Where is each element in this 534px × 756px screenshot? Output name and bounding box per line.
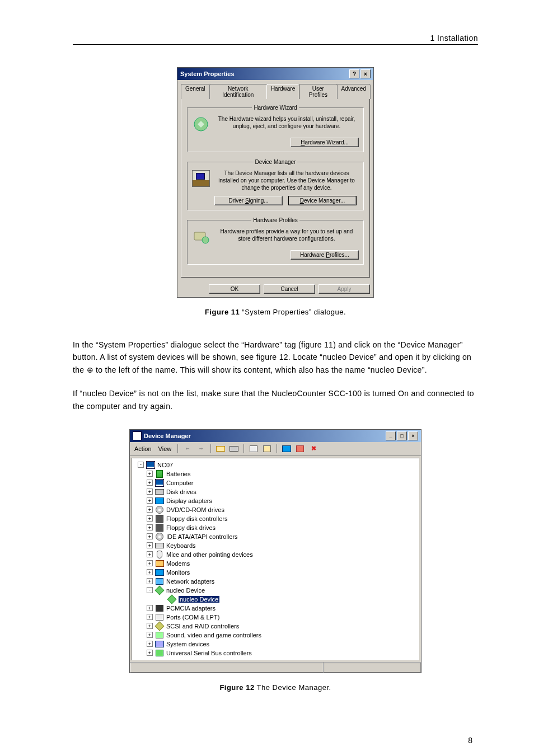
hardware-wizard-desc: The Hardware wizard helps you install, u… bbox=[214, 115, 359, 130]
tree-node-label: Display adapters bbox=[166, 497, 212, 504]
figure-12: Device Manager _ □ × Action View ← → bbox=[73, 429, 478, 692]
tree-node[interactable]: +Universal Serial Bus controllers bbox=[134, 649, 416, 658]
driver-signing-button[interactable]: Driver Signing... bbox=[214, 196, 283, 205]
ic-mouse-icon bbox=[155, 550, 164, 559]
legend-hardware-wizard: Hardware Wizard bbox=[252, 105, 298, 111]
tab-hardware[interactable]: Hardware bbox=[266, 84, 299, 99]
expand-toggle-icon[interactable]: + bbox=[147, 650, 153, 656]
device-manager-icon bbox=[192, 170, 210, 187]
expand-toggle-icon[interactable]: + bbox=[147, 632, 153, 638]
expand-toggle-icon[interactable]: + bbox=[147, 515, 153, 522]
tree-node-label: Ports (COM & LPT) bbox=[166, 614, 219, 621]
svg-point-2 bbox=[202, 237, 209, 243]
back-icon[interactable]: ← bbox=[182, 443, 193, 454]
hardware-profiles-button[interactable]: Hardware Profiles... bbox=[291, 250, 359, 260]
ok-button[interactable]: OK bbox=[209, 284, 260, 294]
up-folder-icon[interactable] bbox=[215, 443, 226, 454]
tree-node[interactable]: +SCSI and RAID controllers bbox=[134, 622, 416, 631]
expand-toggle-icon[interactable]: + bbox=[147, 623, 153, 629]
device-manager-button[interactable]: Device Manager... bbox=[288, 196, 357, 205]
help-icon[interactable]: ? bbox=[349, 69, 359, 78]
ic-floppy-icon bbox=[155, 514, 164, 523]
print-icon[interactable] bbox=[261, 443, 273, 454]
tree-node[interactable]: +Modems bbox=[134, 559, 416, 568]
tree-node-label: Disk drives bbox=[166, 489, 196, 495]
tree-node[interactable]: +IDE ATA/ATAPI controllers bbox=[134, 532, 416, 541]
tree-node[interactable]: +Network adapters bbox=[134, 577, 416, 586]
expand-toggle-icon[interactable]: - bbox=[147, 587, 153, 593]
refresh-icon[interactable] bbox=[294, 443, 306, 454]
ic-disp-icon bbox=[155, 496, 164, 505]
tree-node[interactable]: +Computer bbox=[134, 478, 416, 487]
tree-node[interactable]: -NC07 bbox=[134, 461, 416, 469]
expand-toggle-icon[interactable]: + bbox=[147, 480, 153, 486]
close-icon[interactable]: × bbox=[408, 431, 418, 440]
tab-network-identification[interactable]: Network Identification bbox=[209, 84, 267, 99]
tree-node[interactable]: +Floppy disk drives bbox=[134, 523, 416, 532]
tree-node-label: nucleo Device bbox=[179, 596, 219, 603]
tree-node[interactable]: +Mice and other pointing devices bbox=[134, 550, 416, 559]
tree-node-label: Monitors bbox=[166, 569, 190, 576]
group-hardware-profiles: Hardware Profiles Hardware profiles prov… bbox=[187, 217, 364, 265]
figure-12-caption: Figure 12 The Device Manager. bbox=[73, 683, 478, 692]
close-icon[interactable]: × bbox=[360, 69, 371, 78]
expand-toggle-icon[interactable]: + bbox=[147, 542, 153, 548]
tree-node[interactable]: +System devices bbox=[134, 640, 416, 649]
expand-toggle-icon[interactable]: - bbox=[138, 462, 144, 468]
tree-node[interactable]: +Keyboards bbox=[134, 541, 416, 550]
tree-node[interactable]: +Ports (COM & LPT) bbox=[134, 613, 416, 622]
tree-node[interactable]: +Batteries bbox=[134, 469, 416, 478]
tree-node[interactable]: +Floppy disk controllers bbox=[134, 514, 416, 523]
forward-icon[interactable]: → bbox=[195, 443, 207, 454]
minimize-icon[interactable]: _ bbox=[386, 431, 396, 440]
ic-modem-icon bbox=[155, 559, 164, 568]
window-titlebar: Device Manager _ □ × bbox=[130, 430, 421, 442]
tree-node[interactable]: +PCMCIA adapters bbox=[134, 604, 416, 613]
expand-toggle-icon[interactable]: + bbox=[147, 497, 153, 504]
expand-toggle-icon[interactable]: + bbox=[147, 641, 153, 647]
maximize-icon[interactable]: □ bbox=[397, 431, 407, 440]
tree-node[interactable]: nucleo Device bbox=[134, 595, 416, 604]
tree-node[interactable]: +Sound, video and game controllers bbox=[134, 631, 416, 640]
expand-toggle-icon[interactable]: + bbox=[147, 569, 153, 575]
expand-toggle-icon[interactable]: + bbox=[147, 578, 153, 584]
ic-pcm-icon bbox=[155, 604, 164, 613]
hardware-profiles-desc: Hardware profiles provide a way for you … bbox=[214, 228, 359, 242]
tree-node[interactable]: +Monitors bbox=[134, 568, 416, 577]
tree-node-label: Sound, video and game controllers bbox=[166, 632, 261, 638]
menu-action[interactable]: Action bbox=[132, 445, 154, 453]
group-device-manager: Device Manager The Device Manager lists … bbox=[187, 159, 364, 210]
tree-node[interactable]: +Display adapters bbox=[134, 496, 416, 505]
ic-net-icon bbox=[155, 577, 164, 586]
cancel-button[interactable]: Cancel bbox=[264, 284, 315, 294]
tree-node[interactable]: -nucleo Device bbox=[134, 586, 416, 595]
monitor-icon[interactable] bbox=[281, 443, 292, 454]
ic-dia-icon bbox=[155, 586, 164, 595]
device-tree[interactable]: -NC07+Batteries+Computer+Disk drives+Dis… bbox=[132, 458, 419, 660]
expand-toggle-icon[interactable]: + bbox=[147, 489, 153, 495]
expand-toggle-icon[interactable]: + bbox=[147, 471, 153, 477]
tree-node[interactable]: +DVD/CD-ROM drives bbox=[134, 505, 416, 514]
tab-advanced[interactable]: Advanced bbox=[337, 84, 371, 99]
expand-toggle-icon[interactable]: + bbox=[147, 605, 153, 611]
expand-toggle-icon[interactable]: + bbox=[147, 551, 153, 557]
expand-toggle-icon[interactable]: + bbox=[147, 560, 153, 566]
tab-general[interactable]: General bbox=[181, 84, 210, 99]
status-bar bbox=[130, 662, 421, 673]
properties-icon[interactable] bbox=[248, 443, 259, 454]
tab-bar: General Network Identification Hardware … bbox=[181, 83, 370, 98]
show-tree-icon[interactable] bbox=[228, 443, 240, 454]
expand-toggle-icon[interactable]: + bbox=[147, 524, 153, 530]
delete-icon[interactable]: ✖ bbox=[308, 443, 319, 454]
tree-node[interactable]: +Disk drives bbox=[134, 487, 416, 496]
body-paragraph-2: If “nucleo Device” is not on the list, m… bbox=[73, 387, 478, 412]
hardware-wizard-button[interactable]: Hardware Wizard... bbox=[291, 138, 359, 147]
expand-toggle-icon[interactable]: + bbox=[147, 506, 153, 513]
expand-toggle-icon[interactable]: + bbox=[147, 533, 153, 539]
tab-user-profiles[interactable]: User Profiles bbox=[299, 84, 337, 99]
tree-node-label: SCSI and RAID controllers bbox=[166, 623, 239, 630]
ic-cd-icon bbox=[155, 505, 164, 514]
expand-toggle-icon[interactable]: + bbox=[147, 614, 153, 620]
menu-view[interactable]: View bbox=[156, 445, 174, 453]
tree-node-label: Computer bbox=[166, 480, 193, 486]
